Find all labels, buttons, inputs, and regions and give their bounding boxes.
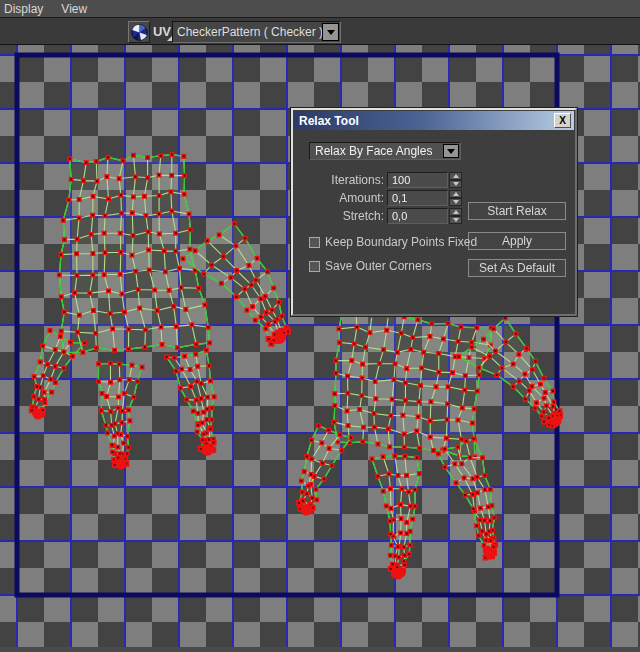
apply-button[interactable]: Apply <box>468 232 566 250</box>
spinner-up-button[interactable] <box>449 172 462 180</box>
window-bottom-edge <box>0 647 640 652</box>
amount-field[interactable]: 0,1 <box>387 190 448 206</box>
iterations-field[interactable]: 100 <box>387 172 448 188</box>
iterations-spinner <box>449 172 462 188</box>
close-button[interactable]: X <box>554 113 571 128</box>
spinner-down-icon <box>453 218 459 222</box>
spinner-up-icon <box>453 210 459 214</box>
chevron-down-icon <box>447 149 455 154</box>
chevron-down-icon <box>327 30 335 35</box>
save-corners-label: Save Outer Corners <box>320 259 432 273</box>
menu-bar: Display View <box>0 0 640 18</box>
keep-boundary-label: Keep Boundary Points Fixed <box>320 235 477 249</box>
spinner-down-button[interactable] <box>449 216 462 224</box>
save-corners-checkbox[interactable] <box>309 261 320 272</box>
spinner-up-button[interactable] <box>449 190 462 198</box>
checker-sphere-icon <box>131 24 148 41</box>
keep-boundary-checkbox[interactable] <box>309 237 320 248</box>
texture-pattern-value: CheckerPattern ( Checker ) <box>177 22 323 42</box>
stretch-field[interactable]: 0,0 <box>387 208 448 224</box>
texture-pattern-select[interactable]: CheckerPattern ( Checker ) <box>172 21 341 43</box>
keep-boundary-checkbox-row: Keep Boundary Points Fixed <box>309 236 477 248</box>
stretch-spinner <box>449 208 462 224</box>
spinner-up-button[interactable] <box>449 208 462 216</box>
method-dropdown-arrow-button[interactable] <box>443 144 459 158</box>
set-as-default-button[interactable]: Set As Default <box>468 259 566 277</box>
spinner-down-button[interactable] <box>449 198 462 206</box>
uv-toolbar: UV CheckerPattern ( Checker ) <box>0 19 640 45</box>
start-relax-button[interactable]: Start Relax <box>468 202 566 220</box>
stretch-label: Stretch: <box>301 208 384 224</box>
amount-spinner <box>449 190 462 206</box>
dialog-title: Relax Tool <box>294 114 359 128</box>
uv-flyout-button[interactable]: UV <box>152 22 172 42</box>
amount-label: Amount: <box>301 190 384 206</box>
spinner-down-icon <box>453 200 459 204</box>
spinner-up-icon <box>453 192 459 196</box>
menu-item-view[interactable]: View <box>52 0 96 18</box>
relax-method-select[interactable]: Relax By Face Angles <box>309 142 461 160</box>
relax-method-value: Relax By Face Angles <box>315 143 432 159</box>
dialog-title-bar[interactable]: Relax Tool X <box>294 111 574 130</box>
menu-item-display[interactable]: Display <box>0 0 52 18</box>
spinner-up-icon <box>453 174 459 178</box>
material-pattern-button[interactable] <box>128 21 150 43</box>
close-icon: X <box>559 115 566 126</box>
iterations-label: Iterations: <box>301 172 384 188</box>
spinner-down-button[interactable] <box>449 180 462 188</box>
save-corners-checkbox-row: Save Outer Corners <box>309 260 432 272</box>
dropdown-arrow-button[interactable] <box>322 23 339 41</box>
relax-tool-dialog: Relax Tool X Relax By Face Angles Iterat… <box>291 108 577 316</box>
spinner-down-icon <box>453 182 459 186</box>
